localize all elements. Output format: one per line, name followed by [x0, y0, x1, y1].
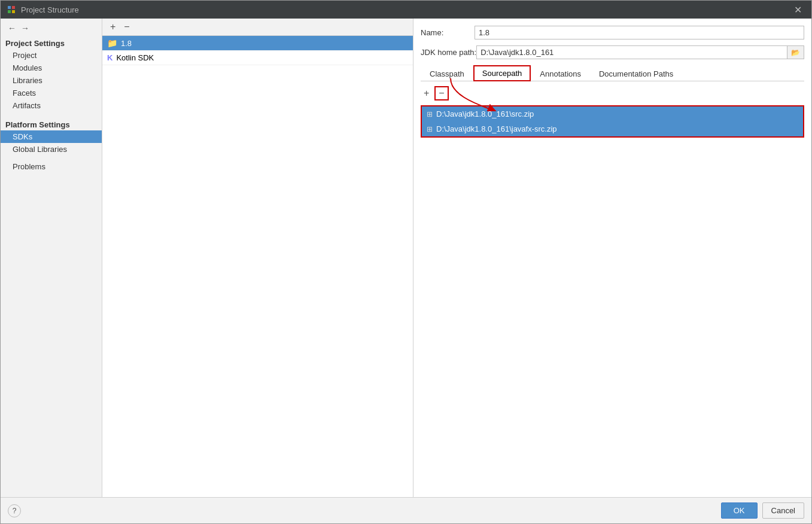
sdk-toolbar: + − [102, 19, 413, 36]
tab-annotations[interactable]: Annotations [531, 66, 590, 81]
sdk-row-kotlin[interactable]: K Kotlin SDK [102, 51, 413, 65]
nav-back-button[interactable]: ← [5, 22, 19, 34]
content-area: ← → Project Settings Project Modules Lib… [1, 19, 811, 497]
sidebar-nav-row: ← → [1, 21, 102, 35]
sdk-remove-button[interactable]: − [121, 21, 132, 33]
sidebar-item-modules[interactable]: Modules [1, 62, 102, 74]
project-structure-dialog: Project Structure ✕ ← → Project Settings… [0, 0, 812, 524]
sourcepath-item-label: D:\Java\jdk1.8.0_161\src.zip [436, 109, 534, 118]
nav-forward-button[interactable]: → [19, 22, 32, 34]
svg-rect-3 [12, 10, 15, 13]
sidebar-item-global-libraries[interactable]: Global Libraries [1, 143, 102, 156]
name-label: Name: [421, 28, 475, 37]
sdk-list: 📁 1.8 K Kotlin SDK [102, 36, 413, 497]
sourcepath-item-javafx[interactable]: ⊞ D:\Java\jdk1.8.0_161\javafx-src.zip [422, 121, 803, 136]
sidebar-item-project[interactable]: Project [1, 49, 102, 62]
tabs-row: Classpath Sourcepath Annotations Documen… [421, 65, 804, 81]
sourcepath-list-wrapper: ⊞ D:\Java\jdk1.8.0_161\src.zip ⊞ D:\Java… [421, 105, 804, 138]
sourcepath-item-src[interactable]: ⊞ D:\Java\jdk1.8.0_161\src.zip [422, 106, 803, 121]
sourcepath-area: + − ⊞ D:\Java\jdk1.8.0_161\src.zip ⊞ [421, 81, 804, 490]
folder-icon: 📁 [107, 38, 117, 48]
jdk-home-label: JDK home path: [421, 48, 476, 57]
sdk-panel: + − 📁 1.8 K Kotlin SDK [102, 19, 413, 497]
sourcepath-remove-button[interactable]: − [434, 86, 448, 100]
sourcepath-list: ⊞ D:\Java\jdk1.8.0_161\src.zip ⊞ D:\Java… [421, 105, 804, 138]
source-file-icon: ⊞ [427, 110, 433, 118]
platform-settings-label: Platform Settings [1, 117, 102, 130]
sidebar-item-problems[interactable]: Problems [1, 160, 102, 173]
sidebar: ← → Project Settings Project Modules Lib… [1, 19, 102, 497]
sourcepath-toolbar: + − [421, 84, 804, 103]
jdk-home-browse-button[interactable]: 📂 [787, 45, 804, 59]
tab-sourcepath[interactable]: Sourcepath [473, 65, 531, 81]
jdk-home-input[interactable] [476, 45, 787, 59]
sidebar-item-facets[interactable]: Facets [1, 87, 102, 99]
title-bar: Project Structure ✕ [1, 1, 811, 19]
kotlin-icon: K [107, 53, 112, 62]
sdk-row-label: Kotlin SDK [116, 53, 154, 62]
sidebar-divider [1, 112, 102, 117]
sidebar-divider-2 [1, 156, 102, 160]
sdk-add-button[interactable]: + [107, 21, 118, 33]
title-bar-text: Project Structure [21, 5, 790, 14]
bottom-bar: ? OK Cancel [1, 497, 811, 523]
tab-classpath[interactable]: Classpath [421, 66, 473, 81]
source-file-icon-2: ⊞ [427, 125, 433, 133]
sidebar-item-sdks[interactable]: SDKs [1, 130, 102, 143]
sidebar-item-libraries[interactable]: Libraries [1, 74, 102, 87]
sidebar-item-artifacts[interactable]: Artifacts [1, 99, 102, 112]
close-button[interactable]: ✕ [790, 3, 805, 17]
sdk-row-label: 1.8 [121, 39, 132, 48]
jdk-home-field-row: JDK home path: 📂 [421, 45, 804, 59]
cancel-button[interactable]: Cancel [762, 502, 804, 519]
sourcepath-item-label: D:\Java\jdk1.8.0_161\javafx-src.zip [436, 124, 557, 133]
name-field-row: Name: [421, 26, 804, 39]
sourcepath-add-button[interactable]: + [421, 87, 432, 99]
app-icon [7, 5, 16, 14]
jdk-home-input-group: 📂 [476, 45, 804, 59]
project-settings-label: Project Settings [1, 35, 102, 49]
svg-rect-0 [8, 6, 11, 9]
sourcepath-content-wrapper: + − ⊞ D:\Java\jdk1.8.0_161\src.zip ⊞ [421, 84, 804, 139]
tab-documentation-paths[interactable]: Documentation Paths [590, 66, 682, 81]
folder-browse-icon: 📂 [791, 48, 800, 57]
ok-button[interactable]: OK [721, 502, 758, 519]
detail-panel: Name: JDK home path: 📂 Classpath [413, 19, 811, 497]
svg-rect-2 [8, 10, 11, 13]
svg-rect-1 [12, 6, 15, 9]
sdk-row-1-8[interactable]: 📁 1.8 [102, 36, 413, 51]
name-input[interactable] [475, 26, 804, 39]
help-button[interactable]: ? [8, 504, 21, 517]
